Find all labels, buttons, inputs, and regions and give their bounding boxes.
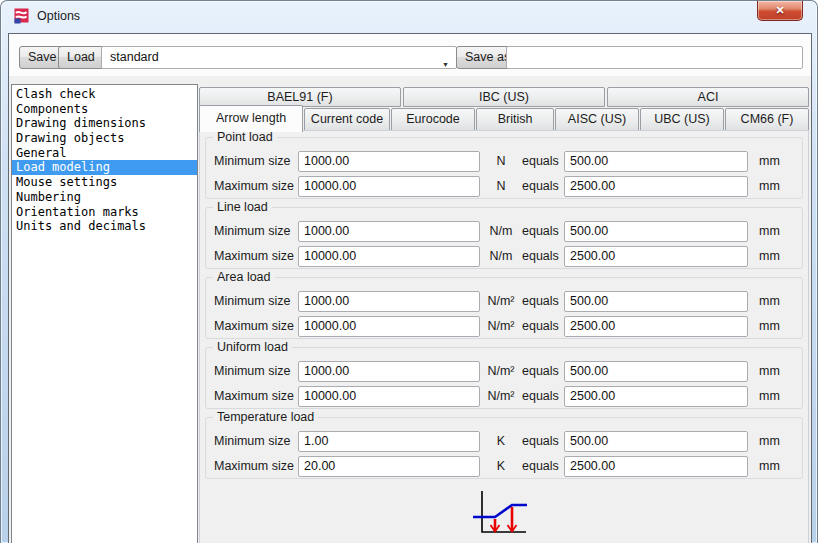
area-load-min-input[interactable] xyxy=(298,291,480,312)
preset-toolbar: Save Load standard ▼ Save as xyxy=(9,34,811,76)
group-title: Temperature load xyxy=(213,410,318,425)
max-size-label: Maximum size xyxy=(214,179,298,193)
mm-label: mm xyxy=(759,389,780,403)
preset-combobox[interactable]: standard ▼ xyxy=(101,46,457,69)
uniform-load-max-input[interactable] xyxy=(298,386,480,407)
min-size-label: Minimum size xyxy=(214,434,298,448)
point-load-min-mm-input[interactable] xyxy=(564,151,748,172)
tab-aisc-us[interactable]: AISC (US) xyxy=(555,108,639,131)
uniform-load-min-mm-input[interactable] xyxy=(564,361,748,382)
sidebar-item-mouse-settings[interactable]: Mouse settings xyxy=(12,175,197,190)
page-tab-row: Arrow length Current code Eurocode Briti… xyxy=(199,108,809,131)
unit-label: N/m² xyxy=(480,294,522,308)
unit-label: N/m² xyxy=(480,364,522,378)
field-row: Minimum size N/m equals mm xyxy=(206,220,802,242)
sidebar-item-load-modeling[interactable]: Load modeling xyxy=(12,160,197,175)
max-size-label: Maximum size xyxy=(214,319,298,333)
min-size-label: Minimum size xyxy=(214,154,298,168)
field-row: Maximum size N/m equals mm xyxy=(206,245,802,267)
uniform-load-max-mm-input[interactable] xyxy=(564,386,748,407)
sidebar-item-units-and-decimals[interactable]: Units and decimals xyxy=(12,219,197,234)
field-row: Minimum size N equals mm xyxy=(206,150,802,172)
temperature-load-min-input[interactable] xyxy=(298,431,480,452)
preset-combobox-value: standard xyxy=(110,50,159,64)
load-button[interactable]: Load xyxy=(58,46,104,69)
field-row: Minimum size N/m² equals mm xyxy=(206,360,802,382)
line-load-min-input[interactable] xyxy=(298,221,480,242)
tab-eurocode[interactable]: Eurocode xyxy=(391,108,475,131)
options-category-list: Clash check Components Drawing dimension… xyxy=(11,84,198,543)
unit-label: N xyxy=(480,154,522,168)
mm-label: mm xyxy=(759,224,780,238)
dialog-client-area: Save Load standard ▼ Save as Clash check… xyxy=(8,33,812,543)
mm-label: mm xyxy=(759,179,780,193)
area-load-max-input[interactable] xyxy=(298,316,480,337)
close-button[interactable]: ✕ xyxy=(757,1,803,21)
area-load-group: Area load Minimum size N/m² equals mm Ma… xyxy=(205,277,803,339)
equals-label: equals xyxy=(522,389,558,403)
unit-label: N/m² xyxy=(480,319,522,333)
save-as-name-input[interactable] xyxy=(506,46,803,69)
sidebar-item-clash-check[interactable]: Clash check xyxy=(12,87,197,102)
line-load-min-mm-input[interactable] xyxy=(564,221,748,242)
field-row: Minimum size N/m² equals mm xyxy=(206,290,802,312)
sidebar-item-numbering[interactable]: Numbering xyxy=(12,190,197,205)
line-load-group: Line load Minimum size N/m equals mm Max… xyxy=(205,207,803,269)
sidebar-item-components[interactable]: Components xyxy=(12,102,197,117)
field-row: Maximum size N/m² equals mm xyxy=(206,385,802,407)
uniform-load-group: Uniform load Minimum size N/m² equals mm… xyxy=(205,347,803,409)
unit-label: N/m² xyxy=(480,389,522,403)
mm-label: mm xyxy=(759,434,780,448)
temperature-load-max-mm-input[interactable] xyxy=(564,456,748,477)
options-dialog: Options ✕ Save Load standard ▼ Save as C… xyxy=(0,0,818,543)
group-title: Uniform load xyxy=(213,340,292,355)
group-title: Area load xyxy=(213,270,275,285)
point-load-max-input[interactable] xyxy=(298,176,480,197)
chevron-down-icon: ▼ xyxy=(442,54,449,75)
tab-current-code[interactable]: Current code xyxy=(304,108,390,131)
temperature-load-min-mm-input[interactable] xyxy=(564,431,748,452)
sidebar-item-orientation-marks[interactable]: Orientation marks xyxy=(12,205,197,220)
point-load-min-input[interactable] xyxy=(298,151,480,172)
equals-label: equals xyxy=(522,459,558,473)
min-size-label: Minimum size xyxy=(214,364,298,378)
tab-arrow-length[interactable]: Arrow length xyxy=(199,105,303,132)
arrow-length-pane: Point load Minimum size N equals mm Maxi… xyxy=(199,130,809,543)
tab-british[interactable]: British xyxy=(476,108,554,131)
line-load-max-input[interactable] xyxy=(298,246,480,267)
mm-label: mm xyxy=(759,364,780,378)
max-size-label: Maximum size xyxy=(214,389,298,403)
tab-aci[interactable]: ACI xyxy=(607,87,809,107)
line-load-max-mm-input[interactable] xyxy=(564,246,748,267)
tab-ubc-us[interactable]: UBC (US) xyxy=(640,108,724,131)
unit-label: K xyxy=(480,434,522,448)
temperature-load-max-input[interactable] xyxy=(298,456,480,477)
mm-label: mm xyxy=(759,294,780,308)
min-size-label: Minimum size xyxy=(214,224,298,238)
app-logo-icon xyxy=(13,7,31,25)
tab-bael91-f[interactable]: BAEL91 (F) xyxy=(199,87,401,107)
point-load-max-mm-input[interactable] xyxy=(564,176,748,197)
title-bar[interactable]: Options ✕ xyxy=(1,1,817,33)
sidebar-item-drawing-objects[interactable]: Drawing objects xyxy=(12,131,197,146)
group-title: Line load xyxy=(213,200,272,215)
area-load-max-mm-input[interactable] xyxy=(564,316,748,337)
window-title: Options xyxy=(37,9,80,23)
unit-label: N/m xyxy=(480,249,522,263)
sidebar-item-general[interactable]: General xyxy=(12,146,197,161)
tab-cm66-f[interactable]: CM66 (F) xyxy=(725,108,809,131)
mm-label: mm xyxy=(759,154,780,168)
max-size-label: Maximum size xyxy=(214,459,298,473)
uniform-load-min-input[interactable] xyxy=(298,361,480,382)
max-size-label: Maximum size xyxy=(214,249,298,263)
field-row: Maximum size N equals mm xyxy=(206,175,802,197)
area-load-min-mm-input[interactable] xyxy=(564,291,748,312)
unit-label: K xyxy=(480,459,522,473)
sidebar-item-drawing-dimensions[interactable]: Drawing dimensions xyxy=(12,116,197,131)
mm-label: mm xyxy=(759,249,780,263)
arrow-scaling-diagram xyxy=(472,488,536,540)
equals-label: equals xyxy=(522,179,558,193)
tab-ibc-us[interactable]: IBC (US) xyxy=(403,87,605,107)
point-load-group: Point load Minimum size N equals mm Maxi… xyxy=(205,137,803,199)
temperature-load-group: Temperature load Minimum size K equals m… xyxy=(205,417,803,479)
